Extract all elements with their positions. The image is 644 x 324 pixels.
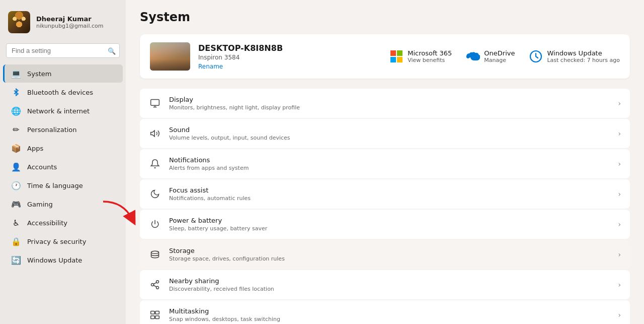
device-name: DESKTOP-K8I8N8B bbox=[198, 43, 381, 53]
sidebar-item-update[interactable]: 🔄 Windows Update bbox=[3, 251, 123, 269]
setting-title: Nearby sharing bbox=[169, 277, 610, 285]
device-model: Inspiron 3584 bbox=[198, 54, 381, 61]
setting-sub: Volume levels, output, input, sound devi… bbox=[169, 135, 610, 141]
sidebar-item-label: Gaming bbox=[27, 201, 53, 208]
update-icon: 🔄 bbox=[11, 255, 21, 265]
settings-item-notifications[interactable]: Notifications Alerts from apps and syste… bbox=[140, 149, 630, 178]
setting-title: Power & battery bbox=[169, 217, 610, 224]
focus-icon bbox=[149, 188, 161, 200]
main-content: System DESKTOP-K8I8N8B Inspiron 3584 Ren… bbox=[126, 0, 644, 324]
chevron-right-icon: › bbox=[618, 190, 621, 198]
device-services: Microsoft 365 View benefits OneDrive Man… bbox=[389, 49, 620, 63]
setting-title: Sound bbox=[169, 126, 610, 134]
device-thumbnail bbox=[150, 42, 190, 71]
setting-sub: Discoverability, received files location bbox=[169, 286, 610, 292]
sidebar-item-network[interactable]: 🌐 Network & internet bbox=[3, 102, 123, 120]
device-info: DESKTOP-K8I8N8B Inspiron 3584 Rename bbox=[198, 43, 381, 70]
sidebar-item-personalization[interactable]: ✏️ Personalization bbox=[3, 120, 123, 139]
setting-sub: Sleep, battery usage, battery saver bbox=[169, 225, 610, 232]
settings-item-display[interactable]: Display Monitors, brightness, night ligh… bbox=[140, 89, 630, 118]
svg-rect-5 bbox=[151, 100, 159, 106]
accessibility-icon: ♿ bbox=[11, 218, 21, 228]
svg-rect-12 bbox=[155, 311, 159, 314]
setting-sub: Snap windows, desktops, task switching bbox=[169, 316, 610, 322]
sound-icon bbox=[149, 127, 161, 140]
settings-item-power[interactable]: Power & battery Sleep, battery usage, ba… bbox=[140, 210, 630, 239]
svg-rect-0 bbox=[390, 50, 396, 56]
service-text: OneDrive Manage bbox=[484, 49, 515, 63]
service-microsoft365[interactable]: Microsoft 365 View benefits bbox=[389, 49, 452, 63]
service-name: Microsoft 365 bbox=[408, 49, 452, 57]
sidebar-item-label: Personalization bbox=[27, 126, 77, 134]
service-onedrive[interactable]: OneDrive Manage bbox=[466, 49, 515, 63]
service-name: Windows Update bbox=[547, 49, 620, 57]
setting-sub: Notifications, automatic rules bbox=[169, 195, 610, 202]
service-sub: Manage bbox=[484, 57, 515, 63]
sidebar-item-label: Accessibility bbox=[27, 219, 67, 227]
sidebar-item-accounts[interactable]: 👤 Accounts bbox=[3, 158, 123, 176]
user-email: nikunpubg1@gmail.com bbox=[36, 23, 103, 29]
notifications-icon bbox=[149, 158, 161, 170]
settings-item-multitasking[interactable]: Multitasking Snap windows, desktops, tas… bbox=[140, 300, 630, 324]
svg-rect-11 bbox=[151, 311, 155, 314]
onedrive-icon bbox=[466, 49, 480, 63]
rename-link[interactable]: Rename bbox=[198, 63, 223, 70]
sidebar-item-time[interactable]: 🕐 Time & language bbox=[3, 176, 123, 195]
power-icon bbox=[149, 218, 161, 230]
settings-item-focus[interactable]: Focus assist Notifications, automatic ru… bbox=[140, 179, 630, 209]
sidebar-nav: 💻 System Bluetooth & devices 🌐 Network &… bbox=[0, 64, 126, 270]
setting-sub: Monitors, brightness, night light, displ… bbox=[169, 104, 610, 111]
time-icon: 🕐 bbox=[11, 180, 21, 190]
setting-sub: Alerts from apps and system bbox=[169, 165, 610, 171]
avatar[interactable] bbox=[8, 11, 30, 33]
sidebar-item-gaming[interactable]: 🎮 Gaming bbox=[3, 195, 123, 213]
apps-icon: 📦 bbox=[11, 143, 21, 153]
svg-point-10 bbox=[156, 286, 159, 289]
sidebar-item-privacy[interactable]: 🔒 Privacy & security bbox=[3, 232, 123, 250]
chevron-right-icon: › bbox=[618, 220, 621, 228]
sidebar-item-bluetooth[interactable]: Bluetooth & devices bbox=[3, 83, 123, 101]
sidebar-item-accessibility[interactable]: ♿ Accessibility bbox=[3, 214, 123, 232]
settings-item-nearby[interactable]: Nearby sharing Discoverability, received… bbox=[140, 270, 630, 299]
svg-point-8 bbox=[156, 281, 159, 283]
svg-marker-6 bbox=[151, 131, 155, 137]
sidebar-item-label: Accounts bbox=[27, 163, 57, 171]
setting-sub: Storage space, drives, configuration rul… bbox=[169, 255, 610, 262]
chevron-right-icon: › bbox=[618, 160, 621, 168]
chevron-right-icon: › bbox=[618, 281, 621, 289]
sidebar-item-label: Time & language bbox=[27, 182, 83, 189]
sidebar-item-system[interactable]: 💻 System bbox=[3, 64, 123, 83]
settings-item-storage[interactable]: Storage Storage space, drives, configura… bbox=[140, 240, 630, 269]
privacy-icon: 🔒 bbox=[11, 236, 21, 246]
service-text: Microsoft 365 View benefits bbox=[408, 49, 452, 63]
setting-title: Multitasking bbox=[169, 307, 610, 315]
sidebar-item-label: System bbox=[27, 70, 51, 78]
display-icon bbox=[149, 97, 161, 109]
nearby-icon bbox=[149, 279, 161, 291]
svg-point-9 bbox=[151, 284, 154, 286]
user-section: Dheeraj Kumar nikunpubg1@gmail.com bbox=[0, 6, 126, 41]
service-text: Windows Update Last checked: 7 hours ago bbox=[547, 49, 620, 63]
svg-rect-2 bbox=[390, 57, 396, 62]
svg-rect-14 bbox=[155, 316, 159, 319]
chevron-right-icon: › bbox=[618, 129, 621, 138]
settings-item-sound[interactable]: Sound Volume levels, output, input, soun… bbox=[140, 119, 630, 148]
service-name: OneDrive bbox=[484, 49, 515, 57]
microsoft365-icon bbox=[389, 49, 404, 63]
sidebar-item-label: Network & internet bbox=[27, 107, 90, 115]
search-input[interactable] bbox=[6, 43, 120, 58]
sidebar-item-label: Apps bbox=[27, 145, 43, 152]
setting-title: Notifications bbox=[169, 156, 610, 164]
storage-icon bbox=[149, 248, 161, 261]
system-icon: 💻 bbox=[11, 69, 21, 79]
setting-title: Focus assist bbox=[169, 186, 610, 194]
network-icon: 🌐 bbox=[11, 106, 21, 116]
sidebar-item-label: Windows Update bbox=[27, 256, 82, 264]
service-windowsupdate[interactable]: Windows Update Last checked: 7 hours ago bbox=[529, 49, 620, 63]
sidebar-item-apps[interactable]: 📦 Apps bbox=[3, 139, 123, 157]
chevron-right-icon: › bbox=[618, 311, 621, 319]
sidebar-item-label: Privacy & security bbox=[27, 238, 86, 245]
sidebar-item-label: Bluetooth & devices bbox=[27, 89, 93, 96]
sidebar: Dheeraj Kumar nikunpubg1@gmail.com 🔍 💻 S… bbox=[0, 0, 126, 324]
search-icon: 🔍 bbox=[108, 47, 116, 54]
